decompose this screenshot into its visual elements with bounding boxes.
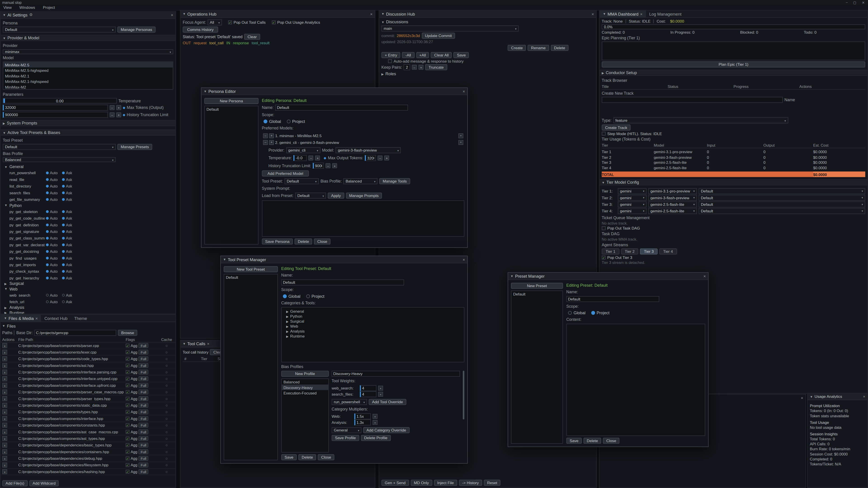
tool-row[interactable]: py_check_syntax Auto Ask (3, 268, 173, 274)
category-node[interactable]: ▶ Web (282, 324, 464, 329)
auto-toggle[interactable]: Auto (46, 177, 61, 182)
file-row[interactable]: x C:/projects/gencpp/base/components/con… (0, 422, 176, 429)
agg-checkbox[interactable]: ✓ (126, 363, 129, 367)
ask-toggle[interactable]: Ask (62, 269, 77, 273)
remove-file-button[interactable]: x (2, 403, 7, 408)
full-flag-button[interactable]: Full (138, 383, 148, 388)
gear-icon[interactable]: ⚙ (29, 13, 33, 17)
discussion-entry-button[interactable]: Clear All (431, 52, 452, 58)
full-flag-button[interactable]: Full (138, 390, 148, 394)
agg-checkbox[interactable]: ✓ (126, 456, 129, 460)
tab-files-media[interactable]: ▼ Files & Media × (0, 315, 41, 321)
tool-row[interactable]: py_get_docstring Auto Ask (3, 248, 173, 254)
clear-status-button[interactable]: Clear (244, 34, 260, 40)
full-flag-button[interactable]: Full (138, 429, 148, 434)
ask-toggle[interactable]: Ask (62, 242, 77, 247)
file-row[interactable]: x C:/projects/gencpp/base/dependencies/b… (0, 442, 176, 449)
new-tool-preset-button[interactable]: New Tool Preset (223, 266, 278, 272)
auto-toggle[interactable]: Auto (46, 242, 61, 247)
category-node[interactable]: ▶ Runtime (282, 334, 464, 339)
manage-personas-button[interactable]: Manage Personas (117, 27, 156, 33)
close-tab-icon[interactable]: × (35, 316, 38, 321)
ask-toggle[interactable]: Ask (62, 191, 77, 195)
epic-planning-textarea[interactable] (602, 41, 865, 60)
full-flag-button[interactable]: Full (138, 456, 148, 461)
remove-file-button[interactable]: x (2, 449, 7, 454)
tool-row[interactable]: py_get_signature Auto Ask (3, 228, 173, 234)
add-tool-override-button[interactable]: Add Tool Override (369, 399, 406, 405)
full-flag-button[interactable]: Full (138, 423, 148, 428)
agg-checkbox[interactable]: ✓ (126, 410, 129, 414)
auto-toggle[interactable]: Auto (46, 223, 61, 227)
remove-file-button[interactable]: x (2, 469, 7, 474)
ask-toggle[interactable]: Ask (62, 300, 77, 303)
remove-file-button[interactable]: x (2, 436, 7, 441)
tool-row[interactable]: py_get_hierarchy Auto Ask (3, 274, 173, 281)
caret-down-icon[interactable]: ▼ (204, 90, 207, 93)
preset-content-textarea[interactable] (566, 324, 705, 436)
remove-file-button[interactable]: x (2, 443, 7, 448)
caret-down-icon[interactable]: ▼ (183, 12, 186, 15)
close-panel-icon[interactable]: × (863, 394, 865, 398)
discussion-entry-button[interactable]: + Entry (381, 52, 400, 58)
model-option[interactable]: MiniMax-M2.5-highspeed (3, 68, 173, 73)
auto-toggle[interactable]: Auto (46, 197, 61, 201)
preferred-model-select[interactable]: gemini-3-flash-preview ▾ (336, 147, 401, 153)
step-mode-checkbox[interactable] (602, 132, 606, 135)
file-row[interactable]: x C:/projects/gencpp/base/components/par… (0, 396, 176, 402)
ask-toggle[interactable]: Ask (62, 223, 77, 227)
remove-weight-button[interactable]: × (378, 392, 383, 397)
close-dialog-button[interactable]: Close (314, 238, 331, 245)
discussion-manage-button[interactable]: Delete (551, 45, 568, 51)
tier-usage-row[interactable]: Tier 1 gemini-3.1-pro-preview 0 0 $0.000… (602, 149, 865, 155)
manage-presets-button[interactable]: Manage Presets (117, 144, 152, 150)
temperature-input[interactable] (293, 155, 307, 161)
tier-usage-row[interactable]: Tier 3 gemini-2.5-flash-lite 0 0 $0.0000 (602, 160, 865, 165)
caret-down-icon[interactable]: ▼ (223, 258, 226, 261)
tier-provider-select[interactable]: gemini ▾ (618, 208, 647, 214)
full-flag-button[interactable]: Full (138, 350, 148, 355)
tier-preset-select[interactable]: Default ▾ (699, 208, 865, 214)
discussion-action-button[interactable]: MD Only (410, 480, 432, 486)
tier-model-select[interactable]: gemini-2.5-flash-lite ▾ (648, 208, 697, 214)
category-node[interactable]: ▶ Analysis (282, 329, 464, 334)
tool-row[interactable]: ▶ Runtime Auto Ask (3, 310, 173, 314)
tool-row[interactable]: py_get_code_outline Auto Ask (3, 215, 173, 221)
auto-add-checkbox[interactable] (388, 59, 392, 63)
agg-checkbox[interactable]: ✓ (126, 370, 129, 374)
tool-row[interactable]: read_file Auto Ask (3, 176, 173, 183)
tier-stream-tab[interactable]: Tier 1 (602, 249, 619, 255)
auto-toggle[interactable]: Auto (46, 263, 61, 266)
ask-toggle[interactable]: Ask (62, 263, 77, 266)
increment-button[interactable]: + (315, 156, 320, 160)
multiplier-input[interactable] (354, 413, 371, 419)
caret-down-icon[interactable]: ▼ (183, 342, 186, 345)
tier-stream-tab[interactable]: Tier 3 (640, 249, 657, 255)
tier-model-select[interactable]: gemini-3.1-pro-preview ▾ (648, 188, 697, 194)
pop-out-tool-calls-checkbox[interactable]: ✓ (228, 21, 232, 24)
close-dialog-button[interactable]: Close (318, 454, 334, 460)
agg-checkbox[interactable]: ✓ (126, 463, 129, 467)
max-tokens-input[interactable] (3, 105, 108, 111)
scope-project-option[interactable]: Project (287, 119, 305, 124)
close-panel-icon[interactable]: × (171, 12, 174, 18)
browse-button[interactable]: Browse (118, 330, 138, 336)
increment-button[interactable]: + (384, 156, 389, 160)
tier-provider-select[interactable]: gemini ▾ (618, 201, 647, 207)
move-up-button[interactable]: + (269, 140, 274, 144)
ask-toggle[interactable]: Ask (62, 184, 77, 188)
ask-toggle[interactable]: Ask (62, 276, 77, 280)
decrement-button[interactable]: – (110, 105, 115, 110)
delete-profile-button[interactable]: Delete Profile (361, 435, 391, 441)
active-presets-section[interactable]: ▼ Active Tool Presets & Biases (0, 129, 176, 135)
tier-model-select[interactable]: gemini-3-flash-preview ▾ (648, 195, 697, 201)
provider-select[interactable]: minimax ▾ (3, 49, 173, 54)
increment-button[interactable]: + (116, 112, 121, 117)
decrement-button[interactable]: – (309, 156, 313, 160)
agg-checkbox[interactable]: ✓ (126, 350, 129, 354)
tool-row[interactable]: ▼ Web Auto Ask (3, 286, 173, 291)
remove-file-button[interactable]: x (2, 456, 7, 461)
discussion-action-button[interactable]: Inject File (434, 480, 457, 486)
update-commit-button[interactable]: Update Commit (422, 33, 455, 39)
file-row[interactable]: x C:/projects/gencpp/base/components/lex… (0, 349, 176, 356)
